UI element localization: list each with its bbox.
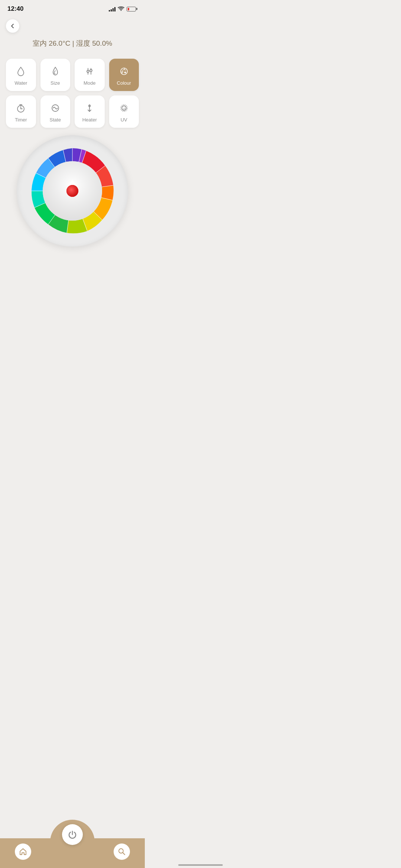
svg-text:UV: UV [123,107,127,110]
signal-icon [109,6,115,12]
colour-icon [118,65,130,77]
timer-label: Timer [15,117,27,123]
heater-icon [84,102,95,114]
color-wheel[interactable] [24,143,121,239]
uv-label: UV [121,117,127,123]
state-icon [49,102,61,114]
water-label: Water [14,80,27,86]
svg-point-33 [66,185,78,197]
colour-label: Colour [117,80,131,86]
svg-point-2 [87,70,89,72]
status-time: 12:40 [7,5,23,13]
svg-point-7 [124,72,126,73]
timer-icon [15,102,27,114]
wifi-icon [118,6,124,12]
color-wheel-container[interactable] [0,135,145,247]
svg-point-6 [121,68,127,75]
mode-icon [84,65,95,77]
state-button[interactable]: State [40,95,71,128]
status-icons [109,6,137,12]
color-wheel-svg[interactable] [24,143,121,239]
size-icon [49,65,61,77]
mode-label: Mode [84,80,96,86]
size-label: Size [50,80,60,86]
status-bar: 12:40 [0,0,145,16]
battery-icon [127,7,137,12]
color-wheel-outer [17,135,128,247]
state-label: State [50,117,61,123]
uv-icon: UV [118,102,130,114]
timer-button[interactable]: Timer [6,95,36,128]
water-icon [15,65,27,77]
water-button[interactable]: Water [6,59,36,91]
colour-button[interactable]: Colour [109,59,139,91]
room-info: 室内 26.0°C | 湿度 50.0% [0,39,145,48]
button-grid: Water Size Mode Colour [0,59,145,128]
size-button[interactable]: Size [40,59,71,91]
back-button[interactable] [6,19,19,33]
svg-point-5 [90,69,92,72]
heater-button[interactable]: Heater [75,95,105,128]
uv-button[interactable]: UV UV [109,95,139,128]
heater-label: Heater [82,117,97,123]
mode-button[interactable]: Mode [75,59,105,91]
